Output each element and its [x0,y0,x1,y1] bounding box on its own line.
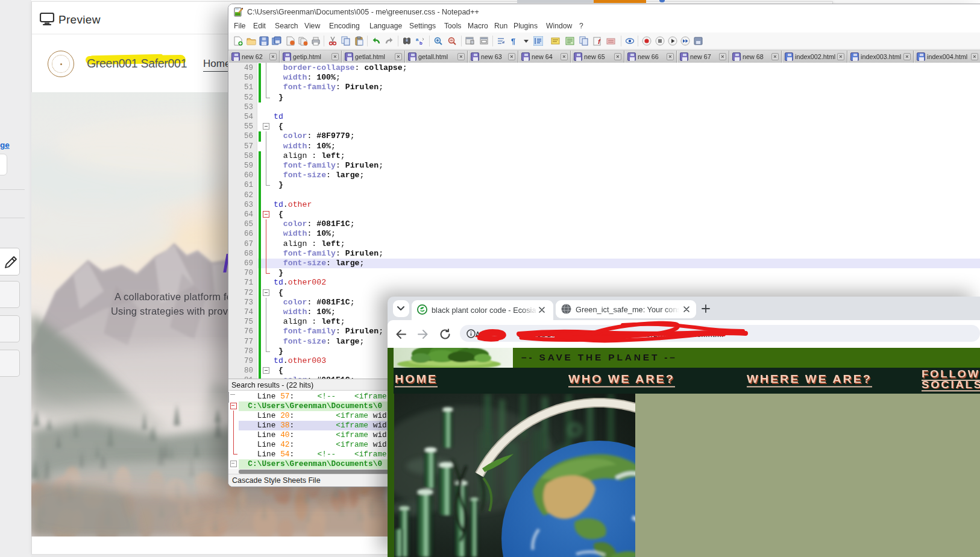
svg-text:b: b [419,40,422,46]
svg-text:¶: ¶ [511,37,515,46]
svg-text:a: a [416,37,419,42]
